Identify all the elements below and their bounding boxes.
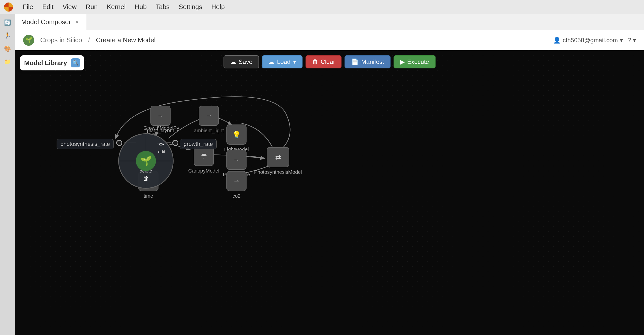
user-chevron: ▾ [620, 37, 623, 44]
edit-label: edit [158, 149, 165, 154]
context-menu-center[interactable]: 🌱 [136, 151, 156, 171]
context-menu: ✏ edit delete 🗑 🌱 [118, 133, 174, 189]
top-bar-right: 👤 cfh5058@gmail.com ▾ ? ▾ [553, 37, 636, 44]
node-light-model[interactable]: 💡 LightModel [226, 124, 247, 145]
toolbar-buttons: ☁ Save ☁ Load ▾ 🗑 Clear 📄 Manifest ▶ Exe… [224, 55, 436, 68]
execute-button[interactable]: ▶ Execute [394, 55, 436, 68]
tab-close-button[interactable]: × [74, 19, 80, 25]
sidebar-icon-folder[interactable]: 📁 [2, 56, 13, 67]
growth-rate-port[interactable] [172, 140, 178, 146]
model-library-search-button[interactable]: 🔍 [71, 58, 80, 67]
node-plant-layout[interactable]: → plant_layout [150, 106, 171, 126]
execute-icon: ▶ [400, 58, 405, 65]
menubar: File Edit View Run Kernel Hub Tabs Setti… [0, 0, 644, 14]
canvas-area[interactable]: Model Library 🔍 ☁ Save ☁ Load ▾ 🗑 Clear … [15, 50, 644, 335]
model-composer-tab[interactable]: Model Composer × [15, 14, 86, 30]
app-logo-icon: 🌱 [23, 35, 34, 46]
node-co2-label: co2 [232, 193, 240, 199]
node-photosynthesis-model-label: PhotosynthesisModel [254, 169, 302, 175]
help-button[interactable]: ? ▾ [628, 37, 636, 44]
node-co2[interactable]: → co2 [226, 171, 247, 191]
photosynthesis-rate-label: photosynthesis_rate [57, 139, 114, 149]
save-button[interactable]: ☁ Save [224, 55, 259, 68]
connections-svg [15, 50, 644, 335]
sidebar-icon-refresh[interactable]: 🔄 [2, 17, 13, 28]
node-temperature[interactable]: → temperature [226, 150, 247, 170]
clear-button[interactable]: 🗑 Clear [306, 55, 342, 68]
clear-icon: 🗑 [312, 58, 318, 65]
load-button[interactable]: ☁ Load ▾ [262, 55, 302, 68]
node-time-label: time [144, 193, 153, 199]
clear-label: Clear [321, 58, 335, 65]
user-icon: 👤 [553, 37, 561, 44]
top-bar: 🌱 Crops in Silico / Create a New Model 👤… [15, 30, 644, 50]
tab-bar: Model Composer × [15, 14, 644, 30]
model-library-label: Model Library [24, 59, 67, 67]
tab-label: Model Composer [21, 18, 71, 26]
menu-hub[interactable]: Hub [131, 2, 150, 12]
manifest-label: Manifest [361, 58, 384, 65]
sidebar-icon-run[interactable]: 🏃 [2, 30, 13, 41]
delete-icon: 🗑 [143, 175, 149, 182]
photosynthesis-rate-port[interactable] [116, 140, 122, 146]
menu-tabs[interactable]: Tabs [152, 2, 173, 12]
app-logo [4, 3, 13, 12]
node-ambient-light[interactable]: → ambient_light [199, 106, 219, 126]
breadcrumb-crops[interactable]: Crops in Silico [40, 36, 82, 44]
save-icon: ☁ [230, 58, 236, 65]
growth-rate-label: growth_rate [180, 139, 217, 149]
context-center-icon: 🌱 [140, 156, 152, 166]
load-icon: ☁ [268, 58, 274, 65]
context-menu-edit[interactable]: ✏ edit [158, 141, 165, 154]
main-area: 🌱 Crops in Silico / Create a New Model 👤… [15, 30, 644, 335]
model-library: Model Library 🔍 [20, 55, 84, 70]
breadcrumb-create-model[interactable]: Create a New Model [96, 36, 155, 44]
manifest-icon: 📄 [351, 58, 359, 65]
breadcrumb-separator: / [88, 36, 90, 44]
load-label: Load [277, 58, 290, 65]
execute-label: Execute [407, 58, 429, 65]
save-label: Save [239, 58, 253, 65]
load-chevron: ▾ [293, 58, 296, 65]
menu-settings[interactable]: Settings [175, 2, 206, 12]
left-sidebar: 🔄 🏃 🎨 📁 [0, 14, 15, 335]
node-ambient-light-label: ambient_light [194, 128, 224, 134]
node-photosynthesis-model[interactable]: ⇄ PhotosynthesisModel [267, 147, 289, 167]
menu-help[interactable]: Help [208, 2, 228, 12]
menu-file[interactable]: File [19, 2, 37, 12]
menu-view[interactable]: View [59, 2, 80, 12]
manifest-button[interactable]: 📄 Manifest [345, 55, 391, 68]
edit-icon: ✏ [159, 141, 164, 148]
menu-run[interactable]: Run [82, 2, 101, 12]
user-info[interactable]: 👤 cfh5058@gmail.com ▾ [553, 37, 623, 44]
menu-kernel[interactable]: Kernel [103, 2, 129, 12]
sidebar-icon-palette[interactable]: 🎨 [2, 43, 13, 54]
user-email: cfh5058@gmail.com [563, 37, 618, 44]
node-canopy-model-label: CanopyModel [188, 168, 219, 174]
menu-edit[interactable]: Edit [39, 2, 57, 12]
